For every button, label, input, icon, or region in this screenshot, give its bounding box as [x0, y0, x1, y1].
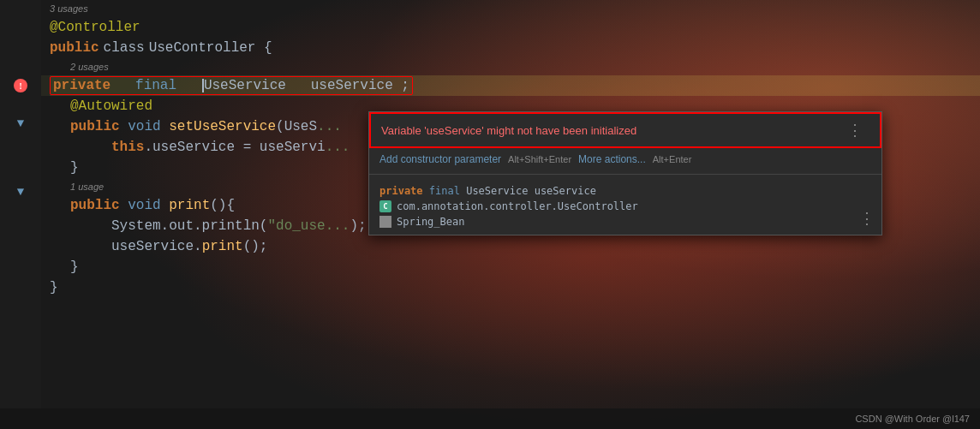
more-actions-link[interactable]: More actions... [578, 153, 646, 165]
popup-info-section: private final UseService useService C co… [369, 178, 881, 235]
popup-more-button-top[interactable]: ⋮ [847, 121, 863, 140]
class-decl-line: public class UseController { [50, 38, 980, 58]
intellij-popup: Variable 'useService' might not have bee… [368, 111, 882, 235]
useservice-print-line: useService. print (); [50, 236, 980, 257]
popup-actions-row: Add constructor parameter Alt+Shift+Ente… [369, 148, 881, 170]
popup-spring-bean-line: Spring_Bean [379, 216, 871, 228]
annotation-controller-line: @Controller [50, 17, 980, 38]
nav-arrow-down[interactable]: ▼ [14, 116, 27, 130]
popup-package-line: C com.annotation.controller.UseControlle… [379, 200, 871, 212]
package-icon: C [379, 200, 391, 212]
field-decl-line: private final UseService useService ; [50, 75, 980, 96]
popup-spring-bean-label: Spring_Bean [397, 216, 464, 228]
spring-bean-icon [379, 216, 391, 228]
usages-line-2: 2 usages [50, 58, 980, 75]
popup-more-button-bottom[interactable]: ⋮ [859, 209, 875, 228]
status-bar-text: CSDN @With Order @l147 [855, 414, 970, 424]
brace-close-3: } [50, 277, 980, 298]
popup-error-header: Variable 'useService' might not have bee… [369, 112, 881, 148]
popup-package-path: com.annotation.controller.UseController [397, 200, 638, 212]
popup-code-preview: private final UseService useService [379, 185, 871, 197]
brace-close-2: } [50, 257, 980, 277]
error-icon[interactable]: ! [14, 79, 27, 92]
add-constructor-shortcut: Alt+Shift+Enter [508, 154, 571, 164]
error-highlighted-box: private final UseService useService ; [50, 76, 413, 95]
editor-gutter: ! ▼ ▼ [0, 0, 41, 429]
more-actions-shortcut: Alt+Enter [653, 154, 692, 164]
status-bar: CSDN @With Order @l147 [0, 408, 980, 429]
nav-arrow-down-2[interactable]: ▼ [14, 185, 27, 199]
usages-line-3: 3 usages [50, 0, 980, 17]
editor-container: ! ▼ ▼ 3 usages @Controller public class … [0, 0, 980, 429]
add-constructor-param-link[interactable]: Add constructor parameter [379, 153, 501, 165]
popup-error-text: Variable 'useService' might not have bee… [381, 124, 636, 137]
popup-divider [369, 174, 881, 175]
